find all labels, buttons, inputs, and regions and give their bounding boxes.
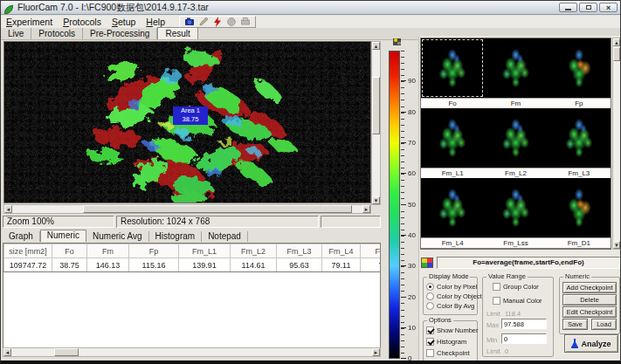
- col-fm-l1[interactable]: Fm_L1: [179, 244, 231, 258]
- radio-label: Color by Pixel: [437, 283, 477, 291]
- image-horizontal-scrollbar[interactable]: ◄ ►: [3, 204, 371, 214]
- max-input[interactable]: [501, 319, 547, 329]
- scroll-down-arrow[interactable]: ▼: [372, 196, 380, 204]
- minimize-button[interactable]: [559, 3, 577, 12]
- scroll-up-arrow[interactable]: ▲: [613, 38, 620, 46]
- scroll-right-arrow[interactable]: ►: [362, 205, 370, 213]
- checkbox-obj-calibration: Obj Calibration: [426, 361, 480, 361]
- scroll-up-arrow[interactable]: ▲: [372, 42, 380, 50]
- right-panel: Fo Fm Fp Fm_L1 Fm_L2 Fm_L3 Fm_L4 Fm_Lss …: [418, 36, 621, 361]
- col-fm-l2[interactable]: Fm_L2: [231, 244, 277, 258]
- thumbnail-label: Fm_L1: [421, 168, 484, 178]
- scroll-thumb[interactable]: [613, 47, 620, 61]
- col-fm-partial[interactable]: Fm_: [361, 244, 382, 258]
- scroll-right-arrow[interactable]: ►: [372, 348, 380, 356]
- delete-checkpoint-button[interactable]: Delete Checkpoint: [562, 294, 617, 306]
- fluorescence-image-viewport[interactable]: Area 1 38.75: [3, 41, 371, 203]
- result-tab-bar: Graph Numeric Numeric Avg Histogram Note…: [3, 230, 248, 242]
- checkbox-icon: [493, 297, 500, 305]
- tab-result[interactable]: Result: [157, 27, 197, 39]
- radio-color-by-pixel[interactable]: Color by Pixel: [426, 283, 477, 291]
- limit-min-value: 0: [505, 347, 508, 355]
- tab-numeric[interactable]: Numeric: [40, 230, 86, 242]
- tab-pre-processing[interactable]: Pre-Processing: [83, 28, 157, 39]
- checkbox-checkpoint[interactable]: Checkpoint: [426, 349, 470, 357]
- checkbox-show-number[interactable]: Show Number: [426, 326, 479, 334]
- scroll-thumb[interactable]: [83, 205, 352, 213]
- area-value: 38.75: [173, 115, 208, 124]
- thumbnail-scrollbar[interactable]: ▲ ▼: [612, 38, 621, 250]
- tab-numeric-avg[interactable]: Numeric Avg: [86, 231, 149, 242]
- cell-size: 109747.72: [4, 258, 52, 272]
- checkbox-histogram[interactable]: Histogram: [426, 338, 466, 346]
- flash-icon[interactable]: [212, 17, 223, 27]
- thumbnail-fm-l1[interactable]: [421, 108, 484, 168]
- col-size[interactable]: size [mm2]: [4, 244, 52, 258]
- thumbnail-fm-l2[interactable]: [484, 108, 547, 168]
- limit-min-label: Limit: [486, 347, 500, 355]
- colorbar-settings-icon[interactable]: [391, 36, 404, 48]
- col-fp[interactable]: Fp: [129, 244, 179, 258]
- toolbar: [179, 16, 256, 28]
- checkbox-manual-color[interactable]: Manual Color: [493, 297, 542, 305]
- analyze-button[interactable]: Analyze: [564, 334, 618, 353]
- thumbnail-fm-l4[interactable]: [421, 178, 484, 237]
- tab-live[interactable]: Live: [1, 28, 31, 39]
- thumbnail-fm-lss[interactable]: [484, 178, 547, 237]
- col-fm[interactable]: Fm: [87, 244, 129, 258]
- min-input[interactable]: [501, 333, 547, 344]
- scroll-thumb[interactable]: [372, 77, 380, 134]
- checkbox-icon: [426, 349, 434, 357]
- edit-icon[interactable]: [198, 17, 209, 27]
- scroll-thumb[interactable]: [54, 348, 79, 356]
- menu-experiment[interactable]: Experiment: [1, 17, 58, 27]
- cell-fm: 146.13: [87, 258, 129, 272]
- image-vertical-scrollbar[interactable]: ▲ ▼: [371, 41, 381, 205]
- limit-max-value: 118.4: [505, 310, 521, 318]
- table-horizontal-scrollbar[interactable]: ◄ ►: [3, 347, 381, 357]
- menu-protocols[interactable]: Protocols: [58, 17, 107, 27]
- menu-setup[interactable]: Setup: [107, 17, 141, 27]
- col-fm-l4[interactable]: Fm_L4: [322, 244, 361, 258]
- thumbnail-label: Fm_D1: [548, 237, 611, 248]
- load-button[interactable]: Load: [591, 319, 617, 330]
- analyze-flask-icon: [571, 339, 578, 348]
- table-header-row: size [mm2] Fo Fm Fp Fm_L1 Fm_L2 Fm_L3 Fm…: [4, 244, 382, 258]
- edit-checkpoint-button[interactable]: Edit Checkpoint: [562, 306, 617, 318]
- app-window: FluorCam 7.0 - I:\FC900数据包\2014.9.17-3.t…: [0, 0, 621, 364]
- restore-button[interactable]: [579, 3, 597, 12]
- checkbox-label: Manual Color: [503, 297, 542, 305]
- table-empty-area: [3, 272, 381, 347]
- thumbnail-fo[interactable]: [421, 38, 484, 98]
- camera-icon[interactable]: [184, 17, 195, 27]
- record-icon: [226, 17, 237, 27]
- col-fm-l3[interactable]: Fm_L3: [277, 244, 322, 258]
- save-button[interactable]: Save: [562, 319, 588, 330]
- thumbnail-fm-d1[interactable]: [548, 178, 611, 237]
- thumbnail-label: Fm_L3: [548, 168, 611, 178]
- radio-icon: [426, 283, 434, 291]
- thumbnail-fm[interactable]: [484, 38, 547, 98]
- radio-color-by-avg[interactable]: Color By Avg: [426, 302, 474, 310]
- add-checkpoint-button[interactable]: Add Checkpoint: [562, 282, 617, 293]
- radio-color-by-object[interactable]: Color by Object: [426, 292, 482, 300]
- tab-graph[interactable]: Graph: [3, 231, 40, 242]
- radio-label: Color By Avg: [437, 302, 474, 310]
- scroll-left-arrow[interactable]: ◄: [3, 348, 11, 356]
- tab-histogram[interactable]: Histogram: [149, 231, 203, 242]
- tab-notepad[interactable]: Notepad: [202, 231, 248, 242]
- checkbox-icon: [493, 283, 500, 291]
- thumbnail-label: Fm_L4: [421, 237, 484, 248]
- thumbnail-fp[interactable]: [548, 38, 611, 98]
- scroll-left-arrow[interactable]: ◄: [4, 205, 12, 213]
- thumbnail-fm-l3[interactable]: [548, 108, 611, 168]
- scroll-down-arrow[interactable]: ▼: [613, 241, 620, 249]
- menu-help[interactable]: Help: [141, 17, 170, 27]
- tab-protocols[interactable]: Protocols: [31, 28, 83, 39]
- close-button[interactable]: ×: [599, 3, 618, 12]
- palette-icon[interactable]: [421, 258, 433, 268]
- status-spacer: [321, 216, 381, 228]
- col-fo[interactable]: Fo: [52, 244, 87, 258]
- checkbox-group-color[interactable]: Group Color: [493, 283, 539, 291]
- max-label: Max: [486, 321, 499, 329]
